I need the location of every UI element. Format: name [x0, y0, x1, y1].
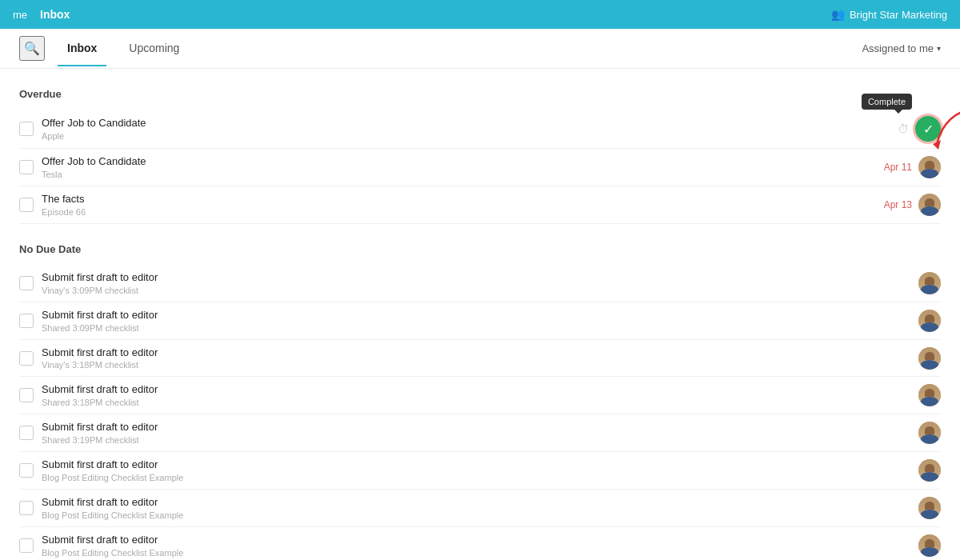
sub-nav-left: 🔍 Inbox Upcoming [19, 31, 862, 66]
task-title: Submit first draft to editor [42, 421, 910, 434]
complete-tooltip: Complete [862, 94, 912, 110]
task-subtitle: Shared 3:09PM checklist [42, 323, 910, 333]
task-title: Submit first draft to editor [42, 309, 910, 322]
task-info: Submit first draft to editor Shared 3:19… [42, 421, 910, 445]
task-info: Offer Job to Candidate Apple [42, 117, 890, 141]
task-actions [918, 272, 941, 294]
app-title: Inbox [40, 8, 70, 21]
avatar [918, 422, 941, 444]
task-title: Offer Job to Candidate [42, 117, 890, 130]
avatar [918, 272, 941, 294]
task-info: Offer Job to Candidate Tesla [42, 155, 876, 179]
list-item: Submit first draft to editor Blog Post E… [19, 490, 941, 527]
task-subtitle: Vinay's 3:09PM checklist [42, 286, 910, 295]
task-checkbox[interactable] [19, 160, 34, 174]
clock-icon[interactable]: ⏱ [898, 122, 909, 135]
task-actions: ⏱ Complete ✓ [898, 116, 941, 142]
task-date: Apr 11 [884, 162, 912, 173]
list-item: Submit first draft to editor Shared 3:09… [19, 302, 941, 340]
table-row: Offer Job to Candidate Apple ⏱ Complete … [19, 110, 941, 149]
search-button[interactable]: 🔍 [19, 36, 45, 61]
task-actions [918, 384, 941, 406]
task-subtitle: Episode 66 [42, 207, 876, 217]
task-checkbox[interactable] [19, 122, 34, 136]
top-navigation: me Inbox 👥 Bright Star Marketing [0, 0, 960, 29]
task-title: Offer Job to Candidate [42, 155, 876, 169]
task-checkbox[interactable] [19, 426, 34, 440]
task-title: Submit first draft to editor [42, 383, 910, 397]
avatar [918, 156, 941, 178]
section-header-no-due-date: No Due Date [19, 243, 941, 258]
task-checkbox[interactable] [19, 276, 34, 290]
back-link[interactable]: me [13, 9, 27, 21]
no-due-date-task-list: Submit first draft to editor Vinay's 3:0… [19, 265, 941, 560]
task-info: Submit first draft to editor Blog Post E… [42, 458, 910, 482]
task-subtitle: Blog Post Editing Checklist Example [42, 510, 910, 520]
task-info: Submit first draft to editor Vinay's 3:1… [42, 346, 910, 370]
task-info: Submit first draft to editor Shared 3:09… [42, 309, 910, 333]
assigned-filter-label: Assigned to me [862, 42, 934, 54]
avatar [918, 534, 941, 557]
task-subtitle: Apple [42, 131, 890, 141]
task-info: Submit first draft to editor Vinay's 3:0… [42, 271, 910, 295]
task-actions [918, 534, 941, 557]
avatar [918, 194, 941, 216]
tab-inbox[interactable]: Inbox [58, 31, 106, 66]
users-icon: 👥 [831, 8, 845, 21]
task-title: Submit first draft to editor [42, 496, 910, 510]
assigned-filter-dropdown[interactable]: Assigned to me ▾ [862, 42, 941, 54]
list-item: Submit first draft to editor Shared 3:19… [19, 414, 941, 452]
avatar [918, 347, 941, 370]
task-title: Submit first draft to editor [42, 271, 910, 285]
table-row: Offer Job to Candidate Tesla Apr 11 [19, 149, 941, 186]
task-subtitle: Blog Post Editing Checklist Example [42, 473, 910, 482]
checkmark-icon: ✓ [923, 122, 934, 137]
task-actions: Apr 11 [884, 156, 941, 178]
list-item: Submit first draft to editor Blog Post E… [19, 527, 941, 560]
task-title: Submit first draft to editor [42, 346, 910, 360]
table-row: The facts Episode 66 Apr 13 [19, 186, 941, 224]
task-subtitle: Tesla [42, 170, 876, 179]
task-checkbox[interactable] [19, 463, 34, 478]
search-icon: 🔍 [24, 42, 40, 55]
task-actions: Apr 13 [884, 194, 941, 216]
task-actions [918, 497, 941, 519]
list-item: Submit first draft to editor Blog Post E… [19, 452, 941, 490]
task-info: Submit first draft to editor Blog Post E… [42, 534, 910, 558]
task-title: The facts [42, 193, 876, 206]
task-info: The facts Episode 66 [42, 193, 876, 217]
task-actions [918, 347, 941, 370]
tab-upcoming[interactable]: Upcoming [119, 31, 189, 66]
list-item: Submit first draft to editor Vinay's 3:1… [19, 340, 941, 378]
task-info: Submit first draft to editor Blog Post E… [42, 496, 910, 520]
task-subtitle: Shared 3:18PM checklist [42, 398, 910, 407]
section-header-overdue: Overdue [19, 88, 941, 103]
task-title: Submit first draft to editor [42, 534, 910, 547]
complete-button[interactable]: ✓ [915, 116, 941, 142]
task-actions [918, 422, 941, 444]
avatar [918, 384, 941, 406]
brand-label: Bright Star Marketing [850, 9, 947, 21]
task-actions [918, 459, 941, 482]
chevron-down-icon: ▾ [937, 44, 941, 53]
sub-navigation: 🔍 Inbox Upcoming Assigned to me ▾ [0, 29, 960, 69]
task-actions [918, 310, 941, 332]
task-checkbox[interactable] [19, 198, 34, 212]
list-item: Submit first draft to editor Vinay's 3:0… [19, 265, 941, 302]
list-item: Submit first draft to editor Shared 3:18… [19, 377, 941, 414]
task-date: Apr 13 [884, 199, 912, 210]
task-checkbox[interactable] [19, 388, 34, 402]
sub-nav-right: Assigned to me ▾ [862, 42, 941, 54]
avatar [918, 310, 941, 332]
task-info: Submit first draft to editor Shared 3:18… [42, 383, 910, 407]
task-subtitle: Blog Post Editing Checklist Example [42, 548, 910, 558]
task-subtitle: Shared 3:19PM checklist [42, 435, 910, 445]
task-title: Submit first draft to editor [42, 458, 910, 472]
task-checkbox[interactable] [19, 314, 34, 328]
main-content: Overdue Offer Job to Candidate Apple ⏱ C… [0, 69, 960, 560]
task-checkbox[interactable] [19, 538, 34, 553]
top-nav-left: me Inbox [13, 8, 70, 21]
task-subtitle: Vinay's 3:18PM checklist [42, 360, 910, 370]
task-checkbox[interactable] [19, 351, 34, 366]
task-checkbox[interactable] [19, 501, 34, 515]
